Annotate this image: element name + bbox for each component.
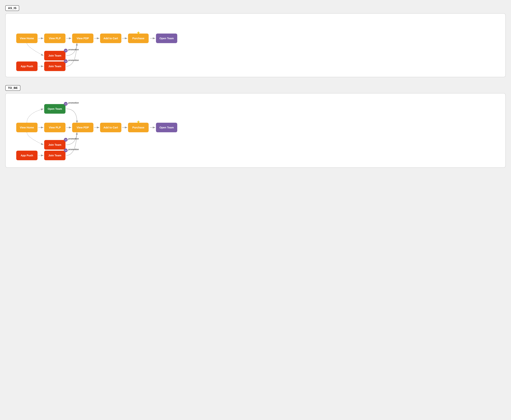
join-team-as-is-1[interactable]: +1 promotion Join Team xyxy=(44,51,66,60)
star-icon-2: ★ xyxy=(137,120,140,124)
app-push-as-is[interactable]: App Push xyxy=(16,61,38,71)
badge-plus1-4: +1 xyxy=(64,138,68,142)
badge-plus1-3: +1 xyxy=(64,102,68,106)
join-team-as-is-2[interactable]: +1 promotion Join Team xyxy=(44,61,66,71)
view-home-as-is[interactable]: View Home xyxy=(16,34,38,43)
badge-plus1-2: +1 xyxy=(64,59,68,63)
badge-plus1-1: +1 xyxy=(64,49,68,52)
purchase-to-be[interactable]: ★ Purchase xyxy=(128,123,149,132)
as-is-arrows xyxy=(6,14,505,77)
promotion-label-5: promotion xyxy=(68,148,79,151)
app-push-to-be[interactable]: App Push xyxy=(16,151,38,160)
badge-plus1-5: +1 xyxy=(64,149,68,152)
join-team-to-be-2[interactable]: +1 promotion Join Team xyxy=(44,151,66,160)
view-pdp-as-is[interactable]: View PDP xyxy=(72,34,93,43)
view-home-to-be[interactable]: View Home xyxy=(16,123,38,132)
as-is-section: AS_IS xyxy=(5,5,506,77)
promotion-label-1: promotion xyxy=(68,48,79,51)
as-is-label: AS_IS xyxy=(5,5,19,11)
open-team-as-is[interactable]: Open Team xyxy=(156,34,177,43)
to-be-section: TO_BE xyxy=(5,85,506,168)
view-plp-to-be[interactable]: View PLP xyxy=(44,123,66,132)
star-icon: ★ xyxy=(137,31,140,35)
add-to-cart-as-is[interactable]: Add to Cart xyxy=(100,34,121,43)
open-team-to-be-top[interactable]: +1 promotion Open Team xyxy=(44,104,66,114)
open-team-to-be-main[interactable]: Open Team xyxy=(156,123,177,132)
view-pdp-to-be[interactable]: View PDP xyxy=(72,123,93,132)
purchase-as-is[interactable]: ★ Purchase xyxy=(128,34,149,43)
add-to-cart-to-be[interactable]: Add to Cart xyxy=(100,123,121,132)
to-be-diagram: +1 promotion Open Team View Home View PL… xyxy=(5,93,506,168)
as-is-diagram: View Home View PLP View PDP Add to Cart … xyxy=(5,13,506,77)
view-plp-as-is[interactable]: View PLP xyxy=(44,34,66,43)
to-be-label: TO_BE xyxy=(5,85,20,91)
promotion-label-2: promotion xyxy=(68,59,79,61)
promotion-label-3: promotion xyxy=(68,102,79,104)
promotion-label-4: promotion xyxy=(68,138,79,140)
join-team-to-be-1[interactable]: +1 promotion Join Team xyxy=(44,140,66,150)
